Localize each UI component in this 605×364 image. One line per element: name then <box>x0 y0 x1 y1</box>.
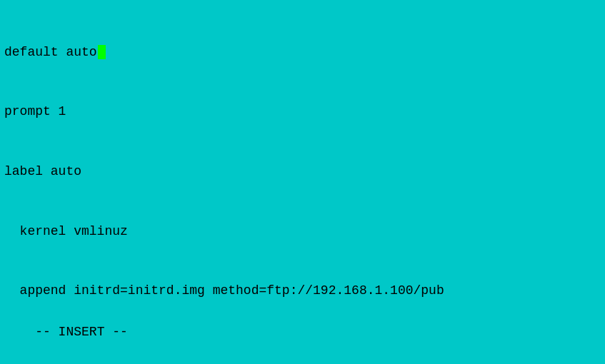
line-2: prompt 1 <box>4 102 601 122</box>
line-1: default auto <box>4 43 601 63</box>
line-4: kernel vmlinuz <box>4 222 601 242</box>
line-5: append initrd=initrd.img method=ftp://19… <box>4 281 601 301</box>
line-3: label auto <box>4 162 601 182</box>
editor[interactable]: default auto prompt 1 label auto kernel … <box>0 0 605 364</box>
cursor <box>98 45 106 59</box>
status-bar: -- INSERT -- <box>0 301 605 364</box>
line-text: default auto <box>4 45 97 59</box>
insert-mode-label: -- INSERT -- <box>35 325 128 339</box>
